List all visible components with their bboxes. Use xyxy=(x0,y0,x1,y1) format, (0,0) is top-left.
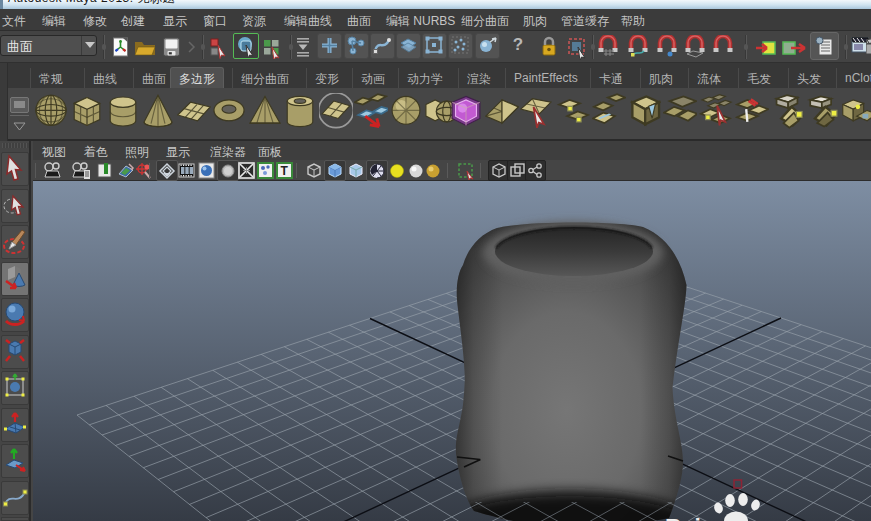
svg-text:T: T xyxy=(281,164,289,178)
svg-text:Bai: Bai xyxy=(665,515,701,521)
